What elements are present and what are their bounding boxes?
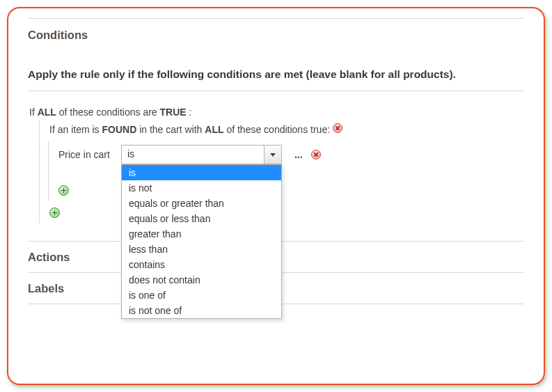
text: : [187, 107, 192, 118]
operator-select[interactable]: is isis notequals or greater thanequals … [121, 145, 264, 164]
value-true[interactable]: TRUE [160, 107, 187, 118]
rule-panel: Conditions Apply the rule only if the fo… [7, 7, 545, 385]
text: of these conditions are [56, 107, 160, 118]
section-title-labels: Labels [28, 274, 64, 304]
condition-group-level1: If an item is FOUND in the cart with ALL… [39, 120, 524, 223]
conditions-block: If ALL of these conditions are TRUE : If… [28, 104, 524, 223]
text: of these conditions true: [224, 124, 333, 135]
operator-option[interactable]: equals or greater than [122, 196, 281, 211]
attribute-label[interactable]: Price in cart [58, 149, 110, 160]
aggregator-all[interactable]: ALL [38, 107, 56, 118]
operator-option[interactable]: does not contain [122, 272, 281, 288]
text: in the cart with [136, 124, 205, 135]
operator-option[interactable]: is [122, 165, 281, 180]
operator-option[interactable]: is not [122, 180, 281, 196]
chevron-down-icon[interactable] [264, 145, 282, 164]
item-found[interactable]: FOUND [102, 124, 136, 135]
operator-option[interactable]: is one of [122, 288, 281, 303]
remove-icon[interactable] [333, 123, 342, 133]
operator-dropdown[interactable]: isis notequals or greater thanequals or … [121, 164, 282, 319]
condition-group-level2: Price in cart is isis notequals or great… [48, 142, 524, 201]
divider [28, 91, 524, 91]
operator-selected: is [122, 146, 264, 162]
operator-option[interactable]: less than [122, 242, 281, 257]
condition-attribute-row: Price in cart is isis notequals or great… [57, 142, 524, 167]
section-title-conditions: Conditions [28, 19, 524, 53]
condition-root: If ALL of these conditions are TRUE : [28, 104, 524, 120]
add-icon[interactable] [49, 207, 60, 218]
operator-option[interactable]: equals or less than [122, 211, 281, 226]
add-condition-row [48, 205, 524, 223]
condition-item-in-cart: If an item is FOUND in the cart with ALL… [48, 120, 524, 138]
operator-option[interactable]: contains [122, 257, 281, 272]
text: If an item is [49, 124, 102, 135]
value-chooser[interactable]: ... [290, 149, 307, 160]
section-title-actions: Actions [28, 242, 70, 272]
text: If [29, 107, 38, 118]
operator-option[interactable]: is not one of [122, 303, 281, 318]
remove-icon[interactable] [311, 150, 321, 159]
rule-header: Apply the rule only if the following con… [28, 53, 524, 91]
operator-option[interactable]: greater than [122, 226, 281, 242]
item-all[interactable]: ALL [205, 124, 223, 135]
add-icon[interactable] [58, 185, 69, 196]
